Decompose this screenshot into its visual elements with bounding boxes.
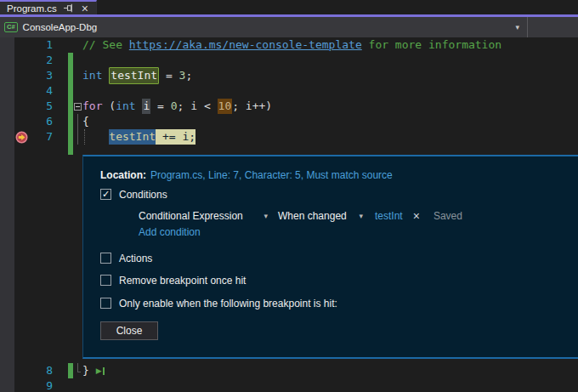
line-number: 3 bbox=[31, 68, 53, 83]
pin-icon[interactable] bbox=[63, 3, 74, 14]
collapse-icon[interactable] bbox=[74, 103, 82, 111]
line-number: 2 bbox=[31, 53, 53, 68]
line-number: 1 bbox=[31, 37, 53, 53]
chevron-down-icon[interactable]: ▾ bbox=[515, 23, 527, 31]
code-text[interactable] bbox=[82, 53, 578, 68]
code-line-9: 9 bbox=[0, 378, 578, 392]
actions-row[interactable]: Actions bbox=[100, 252, 570, 264]
code-lines-below-dialog: 8}▶9 bbox=[0, 363, 578, 392]
code-line-2: 2 bbox=[0, 53, 578, 68]
only-enable-row[interactable]: Only enable when the following breakpoin… bbox=[100, 297, 570, 310]
code-lines-above-dialog: 1// See https://aka.ms/new-console-templ… bbox=[0, 37, 578, 155]
breakpoint-icon[interactable] bbox=[15, 131, 28, 144]
code-text[interactable]: int testInt = 3; bbox=[82, 68, 578, 83]
code-text[interactable]: testInt += i; bbox=[82, 129, 578, 145]
conditions-label: Conditions bbox=[119, 189, 167, 201]
vs-editor-window: Program.cs × C# ConsoleApp-Dbg ▾ 1// See… bbox=[0, 0, 578, 392]
code-text[interactable]: // See https://aka.ms/new-console-templa… bbox=[82, 37, 578, 53]
debug-toolbar: C# ConsoleApp-Dbg ▾ bbox=[0, 17, 578, 37]
code-text[interactable]: for (int i = 0; i < 10; i++) bbox=[82, 99, 578, 114]
condition-mode-dropdown[interactable]: When changed ▾ bbox=[278, 210, 363, 222]
only-enable-checkbox[interactable] bbox=[100, 298, 111, 309]
code-text[interactable] bbox=[82, 83, 578, 99]
chevron-down-icon: ▾ bbox=[359, 212, 363, 220]
actions-label: Actions bbox=[119, 253, 152, 264]
line-number: 4 bbox=[31, 83, 53, 99]
project-name: ConsoleApp-Dbg bbox=[23, 22, 98, 32]
remove-condition-icon[interactable]: × bbox=[413, 210, 420, 222]
tab-program-cs[interactable]: Program.cs × bbox=[0, 0, 97, 14]
condition-type-dropdown[interactable]: Conditional Expression ▾ bbox=[139, 210, 268, 222]
csharp-project-icon: C# bbox=[4, 22, 18, 32]
code-editor[interactable]: 1// See https://aka.ms/new-console-templ… bbox=[0, 37, 578, 392]
code-spacer bbox=[0, 145, 578, 155]
code-line-8: 8}▶ bbox=[0, 363, 578, 378]
code-line-1: 1// See https://aka.ms/new-console-templ… bbox=[0, 37, 578, 53]
line-number bbox=[31, 145, 53, 155]
location-value: Program.cs, Line: 7, Character: 5, Must … bbox=[150, 169, 393, 181]
remove-once-label: Remove breakpoint once hit bbox=[119, 275, 246, 287]
code-line-6: 6{ bbox=[0, 114, 578, 129]
add-condition-row: Add condition bbox=[100, 225, 570, 238]
condition-type-value: Conditional Expression bbox=[139, 210, 243, 222]
condition-editor-row: Conditional Expression ▾ When changed ▾ … bbox=[100, 209, 570, 223]
breakpoint-settings-dialog: Location: Program.cs, Line: 7, Character… bbox=[82, 155, 578, 359]
project-dropdown[interactable]: C# ConsoleApp-Dbg ▾ bbox=[0, 17, 528, 37]
condition-expression-input[interactable]: testInt bbox=[375, 210, 403, 222]
add-condition-link[interactable]: Add condition bbox=[139, 226, 201, 238]
code-line-3: 3int testInt = 3; bbox=[0, 68, 578, 83]
line-number: 5 bbox=[31, 99, 53, 114]
tab-bar: Program.cs × bbox=[0, 0, 578, 14]
close-button[interactable]: Close bbox=[100, 321, 158, 340]
line-number: 9 bbox=[31, 378, 53, 392]
tab-title: Program.cs bbox=[7, 3, 57, 14]
code-text[interactable] bbox=[82, 378, 578, 392]
conditions-row[interactable]: ✓ Conditions bbox=[100, 188, 570, 201]
only-enable-label: Only enable when the following breakpoin… bbox=[119, 298, 337, 310]
code-line-5: 5for (int i = 0; i < 10; i++) bbox=[0, 99, 578, 114]
actions-checkbox[interactable] bbox=[100, 253, 111, 264]
code-line-7: 7 testInt += i; bbox=[0, 129, 578, 145]
saved-status: Saved bbox=[434, 210, 462, 222]
remove-once-checkbox[interactable] bbox=[100, 275, 111, 286]
code-text[interactable]: }▶ bbox=[82, 363, 578, 378]
conditions-checkbox[interactable]: ✓ bbox=[100, 189, 111, 200]
condition-mode-value: When changed bbox=[278, 210, 347, 222]
breakpoint-location-row: Location: Program.cs, Line: 7, Character… bbox=[100, 168, 570, 181]
line-number: 7 bbox=[31, 129, 53, 145]
code-line-4: 4 bbox=[0, 83, 578, 99]
chevron-down-icon: ▾ bbox=[264, 212, 268, 220]
run-to-here-icon[interactable]: ▶ bbox=[96, 367, 105, 375]
line-number: 8 bbox=[31, 363, 53, 378]
close-tab-icon[interactable]: × bbox=[82, 3, 88, 14]
code-text[interactable] bbox=[82, 145, 578, 155]
remove-once-row[interactable]: Remove breakpoint once hit bbox=[100, 274, 570, 287]
location-label: Location: bbox=[100, 169, 146, 181]
line-number: 6 bbox=[31, 114, 53, 129]
checkmark-icon: ✓ bbox=[102, 190, 110, 199]
code-text[interactable]: { bbox=[82, 114, 578, 129]
